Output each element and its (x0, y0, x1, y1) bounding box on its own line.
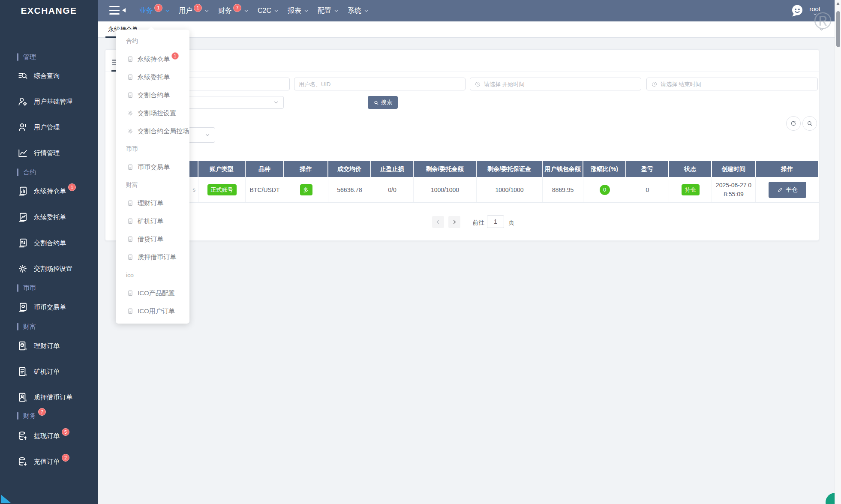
dropdown-item[interactable]: 矿机订单 (116, 212, 189, 230)
dropdown-item-label: 币币交易单 (138, 163, 170, 171)
sidebar-item[interactable]: 行情管理 (0, 144, 98, 162)
sidebar-item[interactable]: 理财订单 (0, 336, 98, 355)
sidebar-item[interactable]: 提现订单 5 (0, 426, 98, 445)
end-time-input[interactable] (661, 81, 813, 87)
dropdown-item[interactable]: 币币交易单 (116, 158, 189, 176)
dropdown-item[interactable]: 交割合约单 (116, 86, 189, 104)
dropdown-item[interactable]: 交割场控设置 (116, 104, 189, 122)
remaining-margin-cell: 1000/1000 (477, 177, 543, 202)
username-uid-input[interactable] (294, 78, 466, 90)
search-button[interactable]: 搜索 (368, 96, 398, 109)
sidebar-item[interactable]: 充值订单 2 (0, 452, 98, 471)
refresh-icon (790, 120, 797, 127)
dropdown-item[interactable]: 交割合约全局控场 (116, 122, 189, 140)
doc-icon (127, 308, 134, 315)
nav-dropdown-menu: 合约 永续持仓单 1 永续委托单 交割合约单 交割场控设置 交割合约全局 (116, 30, 189, 324)
end-time-picker[interactable] (646, 78, 818, 90)
nav-item[interactable]: C2C (258, 7, 279, 15)
notification-badge: 5 (62, 428, 69, 436)
sidebar-item: 管理 (0, 48, 98, 66)
refresh-button[interactable] (786, 116, 801, 131)
dropdown-item-label: 借贷订单 (138, 235, 163, 243)
sidebar-item-label: 永续持仓单 (34, 187, 66, 195)
page-number-input[interactable] (487, 215, 504, 228)
sidebar-item-label: 矿机订单 (34, 368, 60, 376)
nav-item[interactable]: 财务 7 (218, 6, 249, 15)
dropdown-item[interactable]: 理财订单 (116, 194, 189, 212)
goto-label: 前往 (472, 219, 484, 227)
doc-icon (127, 254, 134, 261)
sidebar-item-label: 综合查询 (34, 72, 60, 80)
sidebar-item[interactable]: 用户管理 (0, 118, 98, 137)
chevron-down-icon (204, 8, 210, 14)
sidebar-item[interactable]: 质押借币订单 (0, 388, 98, 407)
dropdown-item[interactable]: 质押借币订单 (116, 248, 189, 266)
notification-badge: 2 (62, 454, 69, 462)
notification-badge: 7 (38, 408, 46, 416)
doc-icon (127, 200, 134, 207)
tp-sl-cell: 0/0 (371, 177, 414, 202)
doc-icon (127, 218, 134, 225)
nav-item[interactable]: 用户 1 (179, 6, 210, 15)
dropdown-item-label: 永续持仓单 (138, 55, 170, 63)
sidebar-item[interactable]: 用户基础管理 (0, 92, 98, 111)
sidebar-item: 财务 7 (0, 406, 98, 425)
dropdown-item[interactable]: ICO用户订单 (116, 302, 189, 320)
table-header-cell: 操作 (756, 161, 819, 177)
sidebar-item-label: 质押借币订单 (34, 393, 72, 402)
app-window: EXCHANGE 业务 1 用户 1 财务 7 (0, 0, 841, 504)
search-button-label: 搜索 (381, 99, 392, 106)
next-page-button[interactable] (448, 216, 460, 228)
dropdown-item-label: 交割合约单 (138, 91, 170, 99)
start-time-picker[interactable] (470, 78, 641, 90)
user-gear-icon (17, 96, 28, 107)
doc-chart-icon (17, 186, 28, 197)
column-search-button[interactable] (802, 116, 817, 131)
sidebar-item[interactable]: 永续委托单 (0, 208, 98, 227)
dropdown-item[interactable]: 永续持仓单 1 (116, 50, 189, 68)
scrollbar-up-arrow[interactable] (836, 2, 840, 5)
dropdown-item[interactable]: 借贷订单 (116, 230, 189, 248)
nav-item[interactable]: 配置 (318, 6, 339, 15)
scrollbar[interactable] (835, 0, 841, 504)
close-position-button[interactable]: 平仓 (769, 182, 806, 198)
sidebar-item-label: 币币 (23, 284, 36, 292)
dropdown-item: 合约 (116, 32, 189, 50)
sidebar-item-label: 用户管理 (34, 123, 60, 132)
doc-icon (127, 56, 134, 63)
chevron-down-icon (303, 8, 309, 14)
dropdown-item-label: 矿机订单 (138, 217, 163, 225)
chevron-down-icon (243, 8, 249, 14)
data-table: 账户类型品种操作成交均价止盈止损剩余/委托金额剩余/委托保证金用户钱包余额涨幅比… (116, 161, 819, 203)
scrollbar-thumb[interactable] (836, 11, 840, 47)
sidebar-item-label: 财务 (23, 412, 36, 420)
nav-item[interactable]: 报表 (288, 6, 309, 15)
table-header-cell: 创建时间 (712, 161, 756, 177)
dropdown-item: 币币 (116, 140, 189, 158)
nav-item[interactable]: 业务 1 (139, 6, 170, 15)
dropdown-item[interactable]: ICO产品配置 (116, 284, 189, 302)
dropdown-item[interactable]: 永续委托单 (116, 68, 189, 86)
sidebar-item[interactable]: 币币交易单 (0, 298, 98, 317)
search-icon (373, 100, 379, 105)
account-type-badge: 正式账号 (207, 184, 237, 195)
dropdown-item-label: 永续委托单 (138, 73, 170, 81)
db-down-icon (17, 456, 28, 467)
sidebar-item[interactable]: 矿机订单 (0, 362, 98, 381)
chevron-down-icon (333, 8, 339, 14)
sidebar-item[interactable]: 综合查询 (0, 66, 98, 85)
sidebar-item[interactable]: 永续持仓单 1 (0, 182, 98, 201)
notification-badge: 1 (154, 4, 162, 12)
corner-triangle-decoration (1, 495, 11, 503)
avatar (790, 3, 805, 18)
collapse-sidebar-button[interactable] (109, 6, 128, 16)
doc-icon (127, 164, 134, 171)
table-header-cell: 剩余/委托金额 (414, 161, 477, 177)
start-time-input[interactable] (484, 81, 637, 87)
table-header-cell: 成交均价 (328, 161, 371, 177)
nav-item[interactable]: 系统 (348, 6, 369, 15)
sidebar-item[interactable]: 交割场控设置 (0, 259, 98, 278)
sidebar-item[interactable]: 交割合约单 (0, 234, 98, 252)
notification-badge: 1 (194, 4, 202, 12)
prev-page-button[interactable] (432, 216, 444, 228)
